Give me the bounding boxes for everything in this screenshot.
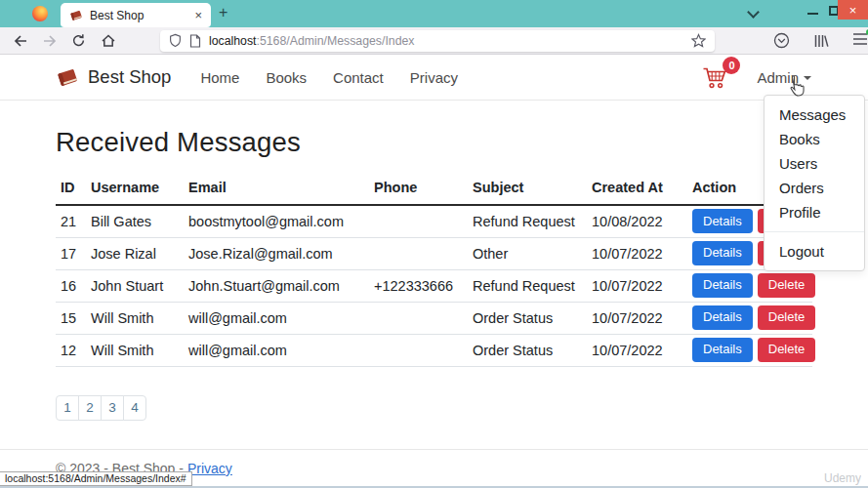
- menu-item-books[interactable]: Books: [765, 127, 864, 151]
- pocket-icon[interactable]: [773, 32, 790, 49]
- page-link-3[interactable]: 3: [101, 395, 124, 421]
- table-row: 17 Jose Rizal Jose.Rizal@gmail.com Other…: [56, 237, 812, 269]
- table-header-row: ID Username Email Phone Subject Created …: [56, 175, 812, 205]
- table-row: 12 Will Smith will@gmail.com Order Statu…: [56, 334, 812, 366]
- page-title: Received Messages: [56, 127, 812, 158]
- url-path: :5168/Admin/Messages/Index: [256, 34, 414, 48]
- cell-subject: Order Status: [473, 302, 592, 334]
- col-header-username: Username: [91, 175, 188, 205]
- messages-table: ID Username Email Phone Subject Created …: [56, 175, 812, 367]
- forward-icon[interactable]: [42, 32, 59, 49]
- page-info-icon[interactable]: [189, 34, 201, 48]
- url-text[interactable]: localhost:5168/Admin/Messages/Index: [209, 34, 683, 48]
- details-button[interactable]: Details: [692, 209, 753, 233]
- cell-subject: Refund Request: [473, 205, 592, 237]
- col-header-id: ID: [56, 175, 91, 205]
- cell-username: Jose Rizal: [91, 237, 188, 269]
- firefox-icon: [32, 6, 48, 21]
- cell-username: Will Smith: [91, 302, 188, 334]
- cell-created: 10/07/2022: [592, 237, 692, 269]
- menu-item-profile[interactable]: Profile: [765, 200, 864, 224]
- cell-created: 10/07/2022: [592, 302, 692, 334]
- cell-phone: [374, 334, 473, 366]
- cell-id: 17: [56, 237, 91, 269]
- library-icon[interactable]: [813, 33, 829, 49]
- chevron-down-icon: [804, 76, 811, 80]
- menu-item-users[interactable]: Users: [765, 151, 864, 176]
- cell-id: 21: [56, 205, 91, 237]
- browser-titlebar: Best Shop × + ×: [0, 0, 868, 27]
- nav-link-contact[interactable]: Contact: [333, 69, 384, 86]
- brand-name: Best Shop: [88, 66, 171, 88]
- cell-created: 10/07/2022: [592, 334, 692, 366]
- cell-email: will@gmail.com: [188, 334, 374, 366]
- menu-item-orders[interactable]: Orders: [765, 176, 864, 200]
- cell-id: 15: [56, 302, 91, 334]
- cell-email: boostmytool@gmail.com: [188, 205, 374, 237]
- home-icon[interactable]: [100, 32, 116, 49]
- cell-subject: Refund Request: [473, 269, 592, 302]
- page-link-2[interactable]: 2: [78, 395, 102, 421]
- tab-close-icon[interactable]: ×: [194, 9, 202, 21]
- toolbar-right-icons: [773, 32, 868, 50]
- window-minimize-icon[interactable]: [807, 13, 818, 15]
- table-row: 21 Bill Gates boostmytool@gmail.com Refu…: [56, 205, 812, 237]
- list-tabs-chevron-icon[interactable]: [747, 6, 760, 19]
- shield-icon[interactable]: [169, 33, 182, 48]
- page-link-4[interactable]: 4: [123, 395, 146, 421]
- site-navbar: Best Shop Home Books Contact Privacy 0 A…: [0, 55, 868, 101]
- delete-button[interactable]: Delete: [758, 273, 816, 298]
- cell-email: John.Stuart@gmail.com: [188, 269, 374, 302]
- cell-created: 10/08/2022: [592, 205, 692, 237]
- cell-phone: [374, 237, 473, 269]
- menu-divider: [765, 231, 864, 232]
- page-content: Received Messages ID Username Email Phon…: [0, 127, 868, 421]
- cell-username: Bill Gates: [91, 205, 188, 237]
- details-button[interactable]: Details: [692, 305, 753, 330]
- watermark-text: Udemy: [824, 471, 861, 485]
- app-menu-icon[interactable]: [852, 32, 868, 50]
- col-header-email: Email: [188, 175, 374, 205]
- nav-link-privacy[interactable]: Privacy: [410, 69, 458, 86]
- nav-link-home[interactable]: Home: [200, 69, 239, 86]
- cell-email: will@gmail.com: [188, 302, 374, 334]
- cart-button[interactable]: 0: [702, 65, 727, 89]
- bookmark-star-icon[interactable]: [691, 33, 706, 48]
- book-favicon-icon: [69, 9, 83, 21]
- hand-cursor-icon: [787, 75, 805, 97]
- brand-link[interactable]: Best Shop: [56, 66, 171, 88]
- back-icon[interactable]: [13, 32, 29, 49]
- details-button[interactable]: Details: [692, 241, 753, 265]
- menu-item-logout[interactable]: Logout: [765, 239, 864, 264]
- browser-status-bar: localhost:5168/Admin/Messages/Index#: [0, 471, 192, 486]
- pagination: 1 2 3 4: [56, 395, 812, 421]
- delete-button[interactable]: Delete: [758, 338, 816, 362]
- url-host: localhost: [209, 34, 257, 48]
- menu-item-messages[interactable]: Messages: [765, 102, 864, 127]
- details-button[interactable]: Details: [692, 273, 753, 298]
- new-tab-icon[interactable]: +: [219, 4, 227, 21]
- cell-subject: Other: [473, 237, 592, 269]
- cell-username: John Stuart: [91, 269, 188, 302]
- book-logo-icon: [56, 66, 79, 88]
- nav-link-books[interactable]: Books: [266, 69, 307, 86]
- cell-id: 16: [56, 269, 91, 302]
- col-header-created: Created At: [592, 175, 692, 205]
- cell-phone: [374, 302, 473, 334]
- page-link-1[interactable]: 1: [56, 395, 79, 421]
- footer-privacy-link[interactable]: Privacy: [187, 461, 232, 476]
- window-close-icon[interactable]: ×: [838, 0, 868, 20]
- table-row: 16 John Stuart John.Stuart@gmail.com +12…: [56, 269, 812, 302]
- cell-subject: Order Status: [473, 334, 592, 366]
- reload-icon[interactable]: [70, 32, 87, 49]
- cell-phone: +122333666: [374, 269, 473, 302]
- admin-dropdown-menu: Messages Books Users Orders Profile Logo…: [764, 95, 865, 271]
- details-button[interactable]: Details: [692, 338, 753, 362]
- browser-tab[interactable]: Best Shop ×: [61, 3, 211, 27]
- cell-email: Jose.Rizal@gmail.com: [188, 237, 374, 269]
- col-header-phone: Phone: [374, 175, 473, 205]
- url-bar[interactable]: localhost:5168/Admin/Messages/Index: [160, 30, 715, 52]
- delete-button[interactable]: Delete: [758, 305, 816, 330]
- tab-title: Best Shop: [90, 9, 187, 22]
- cart-count-badge: 0: [723, 57, 740, 74]
